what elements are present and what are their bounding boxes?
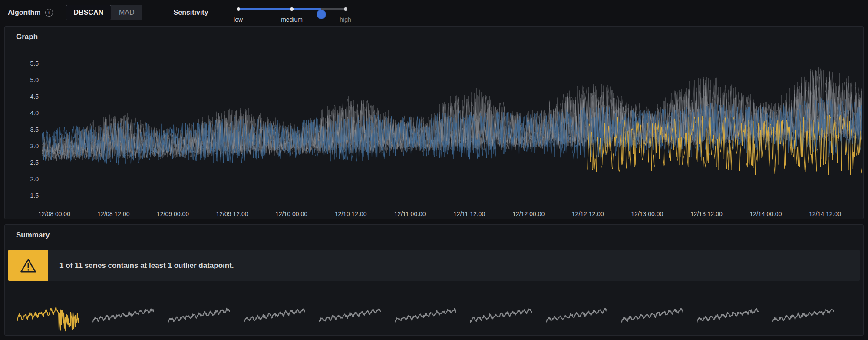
graph-panel: Graph 5.55.04.54.03.53.02.52.01.5 12/08 … [4, 26, 864, 219]
outlier-warning-banner: 1 of 11 series contains at least 1 outli… [8, 250, 860, 281]
sensitivity-label: Sensitivity [174, 9, 208, 17]
control-bar: Algorithm i DBSCAN MAD Sensitivity low m… [0, 0, 868, 25]
slider-label-low: low [234, 16, 243, 23]
algorithm-radio-group: DBSCAN MAD [66, 5, 142, 20]
graph-panel-title: Graph [16, 33, 38, 41]
sparkline-chart [168, 294, 230, 333]
summary-panel: Summary 1 of 11 series contains at least… [4, 224, 864, 336]
x-axis-label: 12/11 12:00 [453, 210, 485, 217]
sparkline-series[interactable] [621, 294, 683, 333]
sparkline-chart [17, 294, 79, 333]
y-axis-label: 3.5 [8, 126, 39, 133]
sparkline-chart [470, 294, 532, 333]
sparkline-chart [621, 294, 683, 333]
warning-message-box: 1 of 11 series contains at least 1 outli… [48, 250, 860, 281]
sparkline-series[interactable] [92, 294, 154, 333]
sparkline-series[interactable] [395, 294, 456, 333]
info-icon[interactable]: i [45, 9, 53, 17]
y-axis-label: 3.0 [8, 142, 39, 150]
warning-message: 1 of 11 series contains at least 1 outli… [48, 261, 234, 270]
x-axis-label: 12/14 12:00 [809, 210, 841, 217]
sparkline-series[interactable] [772, 294, 834, 333]
warning-icon-box [8, 250, 48, 281]
x-axis-label: 12/08 00:00 [38, 210, 70, 217]
x-axis-label: 12/09 12:00 [216, 210, 248, 217]
slider-tick-low [237, 7, 240, 11]
y-axis-label: 1.5 [8, 192, 39, 200]
slider-label-high: high [340, 16, 351, 23]
timeseries-chart[interactable] [42, 55, 862, 200]
sparkline-outlier-series[interactable] [17, 294, 79, 333]
y-axis-label: 4.0 [8, 109, 39, 117]
sparkline-series[interactable] [168, 294, 230, 333]
series-sparkline-row [17, 293, 851, 333]
sparkline-series[interactable] [470, 294, 532, 333]
sensitivity-slider[interactable]: low medium high [237, 3, 347, 22]
x-axis-label: 12/10 00:00 [275, 210, 307, 217]
slider-labels: low medium high [237, 16, 347, 23]
x-axis-label: 12/10 12:00 [335, 210, 367, 217]
x-axis-label: 12/11 00:00 [394, 210, 426, 217]
slider-tick-medium [290, 7, 294, 11]
y-axis-label: 2.5 [8, 159, 39, 167]
y-axis-label: 4.5 [8, 93, 39, 100]
y-axis-label: 2.0 [8, 175, 39, 183]
sparkline-series[interactable] [244, 294, 305, 333]
slider-track[interactable] [237, 8, 347, 10]
x-axis-label: 12/08 12:00 [98, 210, 130, 217]
x-axis-label: 12/13 00:00 [631, 210, 663, 217]
sparkline-chart [772, 294, 834, 333]
sparkline-chart [395, 294, 456, 333]
sparkline-series[interactable] [697, 294, 759, 333]
x-axis-label: 12/09 00:00 [157, 210, 189, 217]
summary-panel-title: Summary [16, 231, 50, 240]
sparkline-chart [546, 294, 607, 333]
warning-triangle-icon [20, 258, 37, 273]
algorithm-option-dbscan[interactable]: DBSCAN [66, 5, 111, 20]
sparkline-chart [319, 294, 381, 333]
outlier-detection-app: Algorithm i DBSCAN MAD Sensitivity low m… [0, 0, 868, 340]
algorithm-option-mad[interactable]: MAD [111, 5, 142, 20]
sparkline-series[interactable] [546, 294, 607, 333]
sparkline-chart [92, 294, 154, 333]
slider-label-medium: medium [281, 16, 303, 23]
y-axis-label: 5.5 [8, 60, 39, 67]
x-axis-label: 12/13 12:00 [690, 210, 723, 217]
slider-fill [237, 8, 322, 10]
sparkline-series[interactable] [319, 294, 381, 333]
x-axis-label: 12/12 00:00 [512, 210, 545, 217]
x-axis-label: 12/12 12:00 [572, 210, 604, 217]
algorithm-label: Algorithm [8, 9, 41, 17]
sparkline-chart [244, 294, 305, 333]
slider-tick-high [344, 7, 347, 11]
x-axis-label: 12/14 00:00 [749, 210, 782, 217]
y-axis-label: 5.0 [8, 76, 39, 84]
sparkline-chart [697, 294, 759, 333]
